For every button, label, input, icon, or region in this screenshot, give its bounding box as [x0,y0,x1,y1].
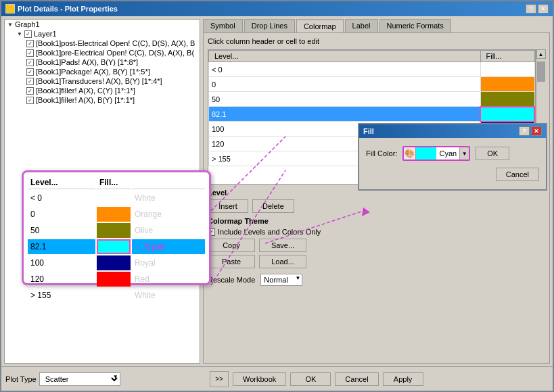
inset-row-selected: 82.1 ← Cyan [28,239,205,254]
scroll-thumb[interactable] [537,62,545,82]
tab-hint: Click column header or cell to edit [208,37,545,45]
level-section: Level Insert Delete [208,187,545,213]
plot-type-select[interactable]: Scatter Line Bar [39,372,120,386]
tree-layer1[interactable]: ▼ Layer1 [14,29,200,39]
cancel-button[interactable]: Cancel [335,372,378,386]
fill-dialog: Fill ? ✕ Fill Color: 🎨 Cyan ▼ OK Cancel [358,123,547,191]
insert-button[interactable]: Insert [208,199,248,213]
inset-row: 0 Orange [28,207,205,222]
tree-children: [Book1]post-Electrical Open! C(C), D(S),… [14,39,200,105]
inset-row: 120 Red [28,272,205,287]
window-icon [5,4,15,14]
color-name-label: Cyan [436,146,459,161]
delete-button[interactable]: Delete [252,199,294,213]
table-row[interactable]: < 0 [209,62,535,77]
tree-item-3[interactable]: [Book1]Package! A(X), B(Y) [1*:5*] [24,67,200,76]
fill-color-label: Fill Color: [366,149,397,157]
tree-item-0[interactable]: [Book1]post-Electrical Open! C(C), D(S),… [24,39,200,48]
title-bar-controls: ? ✕ [526,4,549,14]
rescale-row: Rescale Mode Normal Auto Fixed [208,274,545,286]
nav-button[interactable]: >> [210,371,229,387]
color-picker-box[interactable]: 🎨 Cyan ▼ [402,146,470,161]
bottom-left: Plot Type Scatter Line Bar [5,372,202,386]
load-button[interactable]: Load... [259,255,306,268]
ok-button[interactable]: OK [290,372,331,386]
col-header-level[interactable]: Level... [209,51,481,62]
paste-button[interactable]: Paste [208,255,255,268]
scroll-up[interactable]: ▲ [536,49,546,59]
fill-dialog-close[interactable]: ✕ [531,126,542,136]
tab-symbol[interactable]: Symbol [203,19,243,32]
fill-dialog-content: Fill Color: 🎨 Cyan ▼ OK Cancel [359,138,546,189]
fill-dialog-title-text: Fill [363,127,374,135]
title-bar: Plot Details - Plot Properties ? ✕ [1,1,553,16]
table-row[interactable]: 50 [209,92,535,107]
colormap-theme-label: Colormap Theme [208,217,545,225]
color-swatch [416,146,436,161]
fill-dialog-title: Fill ? ✕ [359,124,546,138]
bottom-bar: Plot Type Scatter Line Bar >> Workbook O… [1,366,553,391]
tab-colormap[interactable]: Colormap [296,19,344,32]
tree-root[interactable]: ▼ Graph1 [5,20,200,29]
col-header-fill[interactable]: Fill... [480,51,534,62]
bottom-right: >> Workbook OK Cancel Apply [210,371,423,387]
color-dropdown[interactable]: ▼ [459,146,469,161]
paint-icon: 🎨 [404,146,416,161]
fill-color-row: Fill Color: 🎨 Cyan ▼ OK [366,146,539,161]
fill-dialog-help[interactable]: ? [519,126,530,136]
save-button[interactable]: Save... [259,239,306,252]
plot-type-label: Plot Type [5,375,37,383]
inset-row: 100 Royal [28,255,205,270]
tree-root-label: Graph1 [15,20,40,28]
fill-cancel-button[interactable]: Cancel [496,168,539,181]
fill-ok-button[interactable]: OK [476,147,509,160]
close-button[interactable]: ✕ [538,4,549,14]
tree-item-2[interactable]: [Book1]Pads! A(X), B(Y) [1*:8*] [24,57,200,67]
tab-content: Click column header or cell to edit Leve… [203,32,550,364]
tab-numeric-formats[interactable]: Numeric Formats [379,19,451,32]
tab-label[interactable]: Label [345,19,378,32]
inset-row: > 155 White [28,288,205,303]
rescale-select-wrapper: Normal Auto Fixed [260,274,302,286]
plot-type-select-wrapper: Scatter Line Bar [39,372,120,386]
copy-button[interactable]: Copy [208,239,255,252]
layer1-checkbox[interactable] [24,30,32,38]
tab-drop-lines[interactable]: Drop Lines [244,19,295,32]
right-panel: Symbol Drop Lines Colormap Label Numeric… [203,19,550,364]
level-buttons: Insert Delete [208,199,545,213]
workbook-button[interactable]: Workbook [233,372,286,386]
colormap-theme-buttons-2: Paste Load... [208,255,545,268]
include-checkbox-row: Include Levels and Colors Only [208,228,545,236]
colormap-theme-section: Colormap Theme Include Levels and Colors… [208,216,545,268]
rescale-select[interactable]: Normal Auto Fixed [260,274,302,286]
colormap-theme-buttons: Copy Save... [208,239,545,252]
help-button[interactable]: ? [526,4,536,14]
tree-layer: ▼ Layer1 [Book1]post-Electrical Open! C(… [5,29,200,105]
apply-button[interactable]: Apply [383,372,423,386]
tab-bar: Symbol Drop Lines Colormap Label Numeric… [203,19,550,32]
inset-row: 50 Olive [28,223,205,238]
rescale-label: Rescale Mode [208,276,255,284]
magnified-inset: Level... Fill... < 0 White 0 Orange 50 [22,170,211,285]
inset-table: Level... Fill... < 0 White 0 Orange 50 [26,175,206,304]
table-row[interactable]: 0 [209,77,535,92]
tree-item-1[interactable]: [Book1]pre-Electrical Open! C(C), D(S), … [24,48,200,57]
main-window: Plot Details - Plot Properties ? ✕ ▼ Gra… [0,0,554,392]
inset-row: < 0 White [28,191,205,205]
tree-item-4[interactable]: [Book1]Transducers! A(X), B(Y) [1*:4*] [24,76,200,86]
table-row-selected[interactable]: 82.1 [209,107,535,122]
tree-item-5[interactable]: [Book1]filler! A(X), C(Y) [1*:1*] [24,86,200,95]
tree-item-6[interactable]: [Book1]filler! A(X), B(Y) [1*:1*] [24,95,200,105]
tree-expand-icon: ▼ [7,22,13,28]
window-title: Plot Details - Plot Properties [18,5,118,13]
include-checkbox-label: Include Levels and Colors Only [218,228,321,236]
